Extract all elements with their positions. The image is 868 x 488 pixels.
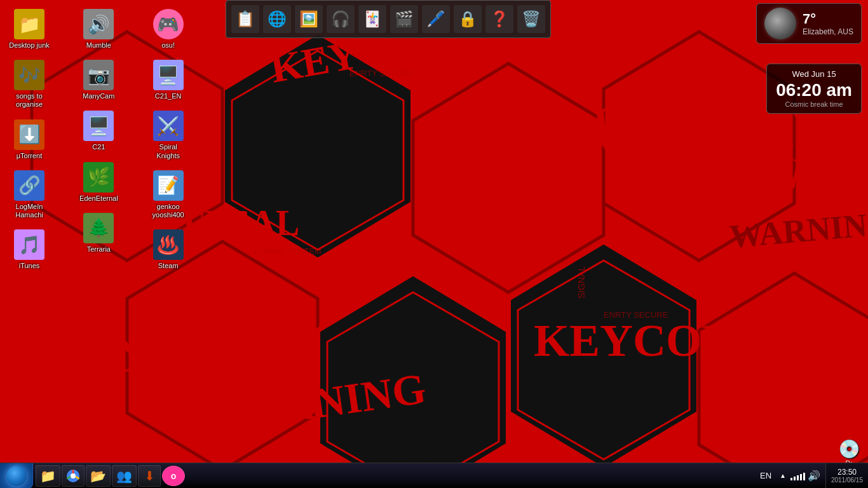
svg-text:LEVEL1: LEVEL1 <box>19 329 50 339</box>
taskbar-chrome-button[interactable] <box>62 465 85 487</box>
volume-icon[interactable]: 🔊 <box>808 470 820 482</box>
clock-date-short: 2011/06/15 <box>831 477 863 484</box>
svg-text:LEVEL1: LEVEL1 <box>763 139 794 148</box>
svg-text:DUMMY SYSTEM: DUMMY SYSTEM <box>254 247 322 256</box>
svg-text:LEVEL1: LEVEL1 <box>241 374 273 383</box>
desktop-icon-osu[interactable]: 🎮 osu! <box>146 6 191 52</box>
weather-widget[interactable]: 7° Elizabeth, AUS <box>756 3 862 44</box>
taskbar-apps: 📁 📂 👥 ⬇ o <box>33 463 187 488</box>
desktop-icons: 📁 Desktop junk 🎶 songs to organise ⬇️ µT… <box>6 6 210 273</box>
desktop-icon-songs[interactable]: 🎶 songs to organise <box>6 57 52 111</box>
svg-text:LEVEL1: LEVEL1 <box>241 310 273 320</box>
icon-label-genkoo: genkoo yooshi400 <box>148 203 189 219</box>
icon-label-c21en: C21_EN <box>155 92 182 100</box>
weather-moon-icon <box>764 8 796 39</box>
svg-text:REFU: REFU <box>775 399 868 440</box>
icon-label-junk: Desktop junk <box>9 41 50 50</box>
date-display: Wed Jun 15 <box>776 69 852 79</box>
taskbar-people-button[interactable]: 👥 <box>112 465 137 487</box>
icon-label-c21: C21 <box>92 143 105 151</box>
icon-label-utorrent: µTorrent <box>17 152 43 160</box>
dock-film-icon[interactable]: 🎬 <box>390 5 418 33</box>
dock-paint-icon[interactable]: 🖊️ <box>422 5 450 33</box>
icon-label-spiral: Spiral Knights <box>148 143 189 159</box>
signal-bars-icon <box>790 471 805 480</box>
desktop-icon-spiral[interactable]: ⚔️ Spiral Knights <box>146 108 191 162</box>
svg-text:LEVEL1: LEVEL1 <box>763 151 794 161</box>
taskbar-osu-button[interactable]: o <box>162 466 185 486</box>
dock-trash-icon[interactable]: 🗑️ <box>517 5 545 33</box>
dock-photo-icon[interactable]: 🖼️ <box>295 5 323 33</box>
dock-cards-icon[interactable]: 🃏 <box>358 5 386 33</box>
desktop-icon-itunes[interactable]: 🎵 iTunes <box>6 227 52 273</box>
tray-expand-button[interactable]: ▲ <box>778 472 788 479</box>
clock-time: 23:50 <box>837 468 857 477</box>
icon-label-eden: EdenEternal <box>79 194 118 203</box>
start-button[interactable] <box>0 463 33 489</box>
desktop-icon-c21en[interactable]: 🖥️ C21_EN <box>146 57 191 103</box>
desktop-icon-edeneter[interactable]: 🌿 EdenEternal <box>76 159 121 205</box>
tray-icons: EN ▲ 🔊 <box>751 470 825 482</box>
desktop-icon-junk[interactable]: 📁 Desktop junk <box>6 6 52 52</box>
dock-globe-icon[interactable]: 🌐 <box>263 5 291 33</box>
weather-location: Elizabeth, AUS <box>803 27 853 36</box>
taskbar-folder-button[interactable]: 📂 <box>86 465 111 487</box>
svg-text:LEVEL1: LEVEL1 <box>546 161 578 170</box>
datetime-widget[interactable]: Wed Jun 15 06:20 am Cosmic break time <box>766 64 862 114</box>
desktop: WARNING WARNING WARNING WARNIN WARNING K… <box>0 0 868 488</box>
icon-label-osu: osu! <box>161 41 175 50</box>
icon-label-logmein: LogMeIn Hamachi <box>9 203 50 219</box>
roxio-icon[interactable]: 💿 D: <box>837 438 860 461</box>
icon-label-itunes: iTunes <box>19 262 40 270</box>
datetime-label: Cosmic break time <box>776 100 852 108</box>
icon-label-terraria: Terraria <box>87 245 111 254</box>
svg-text:LEVEL1: LEVEL1 <box>19 316 50 326</box>
system-tray: EN ▲ 🔊 23:50 2011/06/15 <box>751 463 868 489</box>
svg-text:LEVEL1: LEVEL1 <box>546 173 578 183</box>
desktop-icon-genkoo[interactable]: 📝 genkoo yooshi400 <box>146 168 191 222</box>
desktop-icon-steam[interactable]: ♨️ Steam <box>146 227 191 273</box>
svg-text:LEVEL1: LEVEL1 <box>241 322 273 331</box>
svg-text:SIGNAL: SIGNAL <box>576 266 587 299</box>
desktop-icon-utorrent[interactable]: ⬇️ µTorrent <box>6 117 52 163</box>
desktop-icon-terraria[interactable]: 🌲 Terraria <box>76 210 121 256</box>
svg-text:ENRTY SECURE: ENRTY SECURE <box>604 310 668 320</box>
svg-text:KEYCODE: KEYCODE <box>534 315 765 366</box>
weather-temperature: 7° <box>803 11 853 27</box>
icon-label-steam: Steam <box>158 262 179 270</box>
network-icon[interactable] <box>790 471 805 480</box>
dock-help-icon[interactable]: ❓ <box>485 5 513 33</box>
icon-label-manycam: ManyCam <box>83 92 114 100</box>
desktop-icon-mumble[interactable]: 🔊 Mumble <box>76 6 121 52</box>
svg-text:LEVEL1: LEVEL1 <box>546 113 578 123</box>
desktop-icon-logmein[interactable]: 🔗 LogMeIn Hamachi <box>6 168 52 222</box>
top-dock: 📋 🌐 🖼️ 🎧 🃏 🎬 🖊️ 🔒 ❓ 🗑️ <box>226 0 551 38</box>
system-clock[interactable]: 23:50 2011/06/15 <box>825 463 868 489</box>
time-display: 06:20 am <box>776 80 852 100</box>
svg-text:ENRTY SECURE: ENRTY SECURE <box>349 69 414 78</box>
taskbar: 📁 📂 👥 ⬇ o EN ▲ <box>0 463 868 488</box>
icon-label-songs: songs to organise <box>9 92 50 109</box>
dock-note-icon[interactable]: 📋 <box>231 5 259 33</box>
windows-orb-icon <box>6 466 27 486</box>
dock-headphone-icon[interactable]: 🎧 <box>327 5 355 33</box>
dock-lock-icon[interactable]: 🔒 <box>454 5 482 33</box>
language-indicator[interactable]: EN <box>756 471 775 480</box>
svg-point-43 <box>71 473 76 478</box>
desktop-icon-c21[interactable]: 🖥️ C21 <box>76 108 121 154</box>
desktop-icon-manycam[interactable]: 📷 ManyCam <box>76 57 121 103</box>
icon-label-mumble: Mumble <box>86 41 111 50</box>
taskbar-utorrent-button[interactable]: ⬇ <box>138 465 161 487</box>
svg-text:LEVEL1: LEVEL1 <box>19 374 50 383</box>
taskbar-explorer-button[interactable]: 📁 <box>36 465 60 487</box>
